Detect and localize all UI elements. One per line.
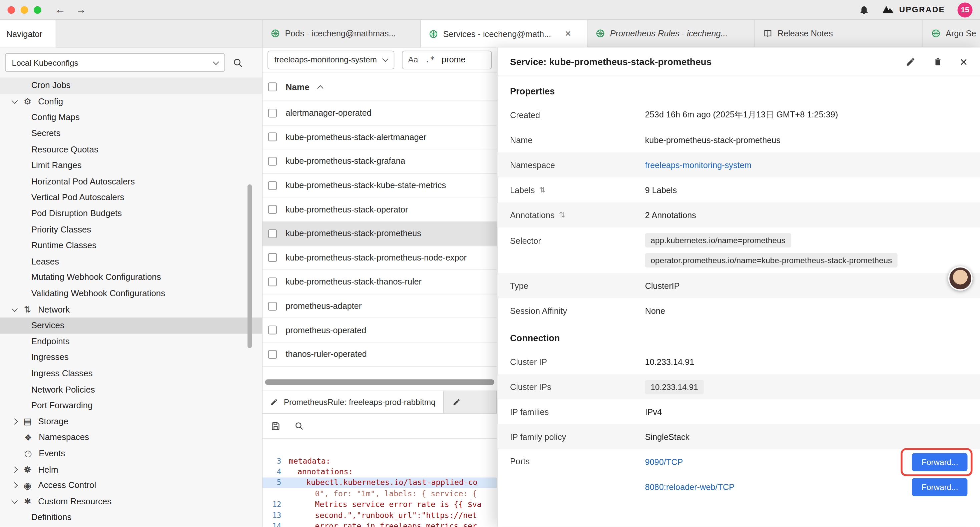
sidebar-item-port-forwarding[interactable]: Port Forwarding [0, 397, 262, 413]
forward-button[interactable]: Forward... [912, 453, 968, 471]
sort-ascending-icon[interactable] [317, 85, 323, 92]
table-row-selected[interactable]: kube-prometheus-stack-prometheus [262, 222, 497, 246]
sidebar-item-priority-classes[interactable]: Priority Classes [0, 221, 262, 237]
table-row[interactable]: kube-prometheus-stack-prometheus-node-ex… [262, 246, 497, 270]
namespace-select[interactable]: freeleaps-monitoring-system [267, 50, 394, 69]
sidebar-group-access-control[interactable]: ◉ Access Control [0, 477, 262, 493]
sidebar-item-definitions[interactable]: Definitions [0, 509, 262, 525]
regex-toggle[interactable]: .* [425, 55, 434, 64]
row-checkbox[interactable] [268, 277, 277, 286]
sidebar-item-horizontal-pod-autoscalers[interactable]: Horizontal Pod Autoscalers [0, 174, 262, 189]
yaml-editor[interactable]: 3metadata: 4annotations: 5kubectl.kubern… [262, 439, 497, 527]
tab-services[interactable]: Services - icecheng@math... × [421, 20, 587, 47]
forward-icon[interactable]: → [76, 3, 86, 16]
kubeconfig-select[interactable]: Local Kubeconfigs [5, 53, 225, 72]
close-window-button[interactable] [7, 6, 15, 13]
close-drawer-icon[interactable]: × [960, 55, 968, 68]
chevron-down-icon[interactable] [12, 97, 18, 104]
sidebar-item-mutating-webhook-configurations[interactable]: Mutating Webhook Configurations [0, 269, 262, 285]
user-avatar[interactable] [948, 266, 972, 291]
sidebar-scrollbar[interactable] [248, 185, 252, 348]
delete-icon[interactable] [933, 57, 942, 67]
property-row-ports: Ports 9090/TCP Forward... 8080:reloader-… [497, 449, 980, 499]
sidebar-item-validating-webhook-configurations[interactable]: Validating Webhook Configurations [0, 285, 262, 301]
tab-argo[interactable]: Argo Se [923, 20, 980, 47]
tab-navigator[interactable]: Navigator [0, 20, 56, 47]
tab-release-notes[interactable]: Release Notes [755, 20, 923, 47]
sidebar-item-ingresses[interactable]: Ingresses [0, 350, 262, 366]
sidebar-item-limit-ranges[interactable]: Limit Ranges [0, 158, 262, 174]
row-checkbox[interactable] [268, 181, 277, 190]
tab-pods[interactable]: Pods - icecheng@mathmas... [262, 20, 421, 47]
horizontal-scrollbar[interactable] [265, 379, 494, 385]
close-tab-icon[interactable]: × [565, 27, 571, 40]
table-row[interactable]: thanos-ruler-operated [262, 342, 497, 366]
row-checkbox[interactable] [268, 133, 277, 142]
expand-collapse-icon[interactable]: ⇅ [559, 210, 565, 219]
upgrade-button[interactable]: UPGRADE [881, 5, 945, 14]
forward-button[interactable]: Forward... [912, 478, 968, 496]
sidebar-item-vertical-pod-autoscalers[interactable]: Vertical Pod Autoscalers [0, 189, 262, 205]
editor-search-icon[interactable] [294, 421, 304, 431]
sidebar-group-storage[interactable]: ▤ Storage [0, 413, 262, 429]
chevron-right-icon[interactable] [12, 418, 18, 425]
row-checkbox[interactable] [268, 350, 277, 358]
row-checkbox[interactable] [268, 109, 277, 118]
property-label: Selector [510, 233, 645, 245]
sidebar-item-namespaces[interactable]: ❖ Namespaces [0, 429, 262, 445]
minimize-window-button[interactable] [21, 6, 28, 13]
sidebar-item-events[interactable]: ◷ Events [0, 445, 262, 461]
notification-count-badge[interactable]: 15 [958, 2, 973, 18]
sidebar-group-config[interactable]: ⚙ Config [0, 93, 262, 110]
sidebar-item-cron-jobs[interactable]: Cron Jobs [0, 77, 262, 93]
sidebar-group-helm[interactable]: ☸ Helm [0, 461, 262, 477]
port-link[interactable]: 9090/TCP [645, 457, 683, 466]
save-icon[interactable] [270, 421, 280, 431]
edit-icon[interactable] [905, 57, 916, 67]
sidebar-item-secrets[interactable]: Secrets [0, 126, 262, 142]
search-icon[interactable] [232, 57, 243, 68]
row-checkbox[interactable] [268, 205, 277, 214]
sidebar-item-leases[interactable]: Leases [0, 253, 262, 269]
table-row[interactable]: alertmanager-operated [262, 101, 497, 126]
row-checkbox[interactable] [268, 301, 277, 310]
row-checkbox[interactable] [268, 229, 277, 238]
row-checkbox[interactable] [268, 253, 277, 262]
sidebar-item-config-maps[interactable]: Config Maps [0, 110, 262, 126]
chevron-down-icon[interactable] [12, 306, 18, 312]
tab-prometheus-rules[interactable]: Prometheus Rules - icecheng... [587, 20, 755, 47]
match-case-toggle[interactable]: Aa [408, 55, 418, 64]
editor-tab-prometheusrule[interactable]: PrometheusRule: freeleaps-prod-rabbitmq [262, 391, 444, 413]
chevron-right-icon[interactable] [12, 466, 18, 473]
table-row[interactable]: kube-prometheus-stack-alertmanager [262, 126, 497, 150]
sidebar-item-pod-disruption-budgets[interactable]: Pod Disruption Budgets [0, 205, 262, 221]
sidebar-item-services[interactable]: Services [0, 318, 262, 334]
select-all-checkbox[interactable] [268, 82, 277, 91]
maximize-window-button[interactable] [34, 6, 41, 13]
table-row[interactable]: kube-prometheus-stack-grafana [262, 150, 497, 174]
sidebar-item-ingress-classes[interactable]: Ingress Classes [0, 366, 262, 382]
sidebar-item-resource-quotas[interactable]: Resource Quotas [0, 142, 262, 158]
sidebar-item-runtime-classes[interactable]: Runtime Classes [0, 237, 262, 253]
expand-collapse-icon[interactable]: ⇅ [539, 185, 546, 194]
table-row[interactable]: kube-prometheus-stack-operator [262, 198, 497, 222]
back-icon[interactable]: ← [55, 3, 66, 16]
sidebar-item-network-policies[interactable]: Network Policies [0, 381, 262, 397]
port-link[interactable]: 8080:reloader-web/TCP [645, 482, 735, 492]
editor-tab-next[interactable] [444, 391, 497, 413]
chevron-down-icon[interactable] [12, 497, 18, 504]
row-checkbox[interactable] [268, 326, 277, 334]
row-checkbox[interactable] [268, 157, 277, 166]
namespace-link[interactable]: freeleaps-monitoring-system [645, 161, 751, 170]
table-row[interactable]: prometheus-operated [262, 318, 497, 342]
table-row[interactable]: kube-prometheus-stack-kube-state-metrics [262, 174, 497, 197]
list-search-input[interactable] [442, 55, 485, 64]
name-column-header[interactable]: Name [286, 82, 309, 92]
sidebar-group-custom-resources[interactable]: ✱ Custom Resources [0, 493, 262, 509]
table-row[interactable]: prometheus-adapter [262, 294, 497, 318]
notifications-bell-icon[interactable] [859, 4, 869, 15]
sidebar-group-network[interactable]: ⇅ Network [0, 301, 262, 318]
chevron-right-icon[interactable] [12, 482, 18, 489]
table-row[interactable]: kube-prometheus-stack-thanos-ruler [262, 270, 497, 294]
sidebar-item-endpoints[interactable]: Endpoints [0, 334, 262, 350]
